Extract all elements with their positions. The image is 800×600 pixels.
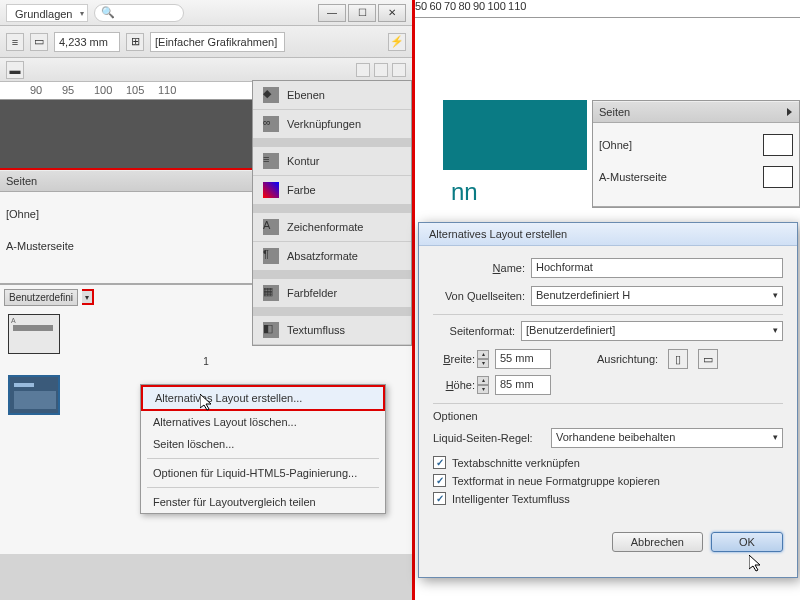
name-label: Name: (433, 262, 525, 274)
document-element (443, 100, 587, 170)
page-1-thumb[interactable]: A (8, 314, 60, 354)
width-label: Breite: (433, 353, 475, 365)
ctx-compare-window[interactable]: Fenster für Layoutvergleich teilen (141, 491, 385, 513)
alt-layout-dialog: Alternatives Layout erstellen Name: Hoch… (418, 222, 798, 578)
stroke-icon[interactable]: ▬ (6, 61, 24, 79)
height-label: Höhe: (433, 379, 475, 391)
rule-label: Liquid-Seiten-Regel: (433, 432, 545, 444)
document-text: nn (451, 178, 478, 206)
width-up[interactable]: ▴ (477, 350, 489, 359)
orient-landscape-icon[interactable]: ▭ (698, 349, 718, 369)
close-button[interactable]: ✕ (378, 4, 406, 22)
format-label: Seitenformat: (433, 325, 515, 337)
options-title: Optionen (433, 410, 783, 422)
page-2-thumb[interactable] (8, 375, 60, 415)
right-ruler: 50 60 70 80 90 100 110 (415, 0, 800, 18)
links-icon: ∞ (263, 116, 279, 132)
charstyle-icon: A (263, 219, 279, 235)
right-none-thumb[interactable] (763, 134, 793, 156)
panel-textumfluss[interactable]: ◧Textumfluss (253, 316, 411, 345)
right-panel-flyout-icon[interactable] (783, 106, 795, 118)
orient-label: Ausrichtung: (597, 353, 658, 365)
width-input[interactable]: 55 mm (495, 349, 551, 369)
panel-ebenen[interactable]: ◆Ebenen (253, 81, 411, 110)
panel-absatzformate[interactable]: ¶Absatzformate (253, 242, 411, 271)
swatches-icon: ▦ (263, 285, 279, 301)
ctx-create-alt-layout[interactable]: Alternatives Layout erstellen... (141, 385, 385, 411)
ctx-liquid-options[interactable]: Optionen für Liquid-HTML5-Paginierung... (141, 462, 385, 484)
misc-icon-2[interactable] (374, 63, 388, 77)
ctx-delete-pages: Seiten löschen... (141, 433, 385, 455)
ok-button[interactable]: OK (711, 532, 783, 552)
layout-tab[interactable]: Benutzerdefini (4, 289, 78, 306)
format-select[interactable]: [Benutzerdefiniert] (521, 321, 783, 341)
panel-farbfelder[interactable]: ▦Farbfelder (253, 279, 411, 308)
chk-smart-reflow[interactable]: ✓ (433, 492, 446, 505)
name-input[interactable]: Hochformat (531, 258, 783, 278)
rule-select[interactable]: Vorhandene beibehalten (551, 428, 783, 448)
minimize-button[interactable]: — (318, 4, 346, 22)
page-1-label: 1 (8, 356, 404, 367)
height-input[interactable]: 85 mm (495, 375, 551, 395)
layout-tab-dropdown[interactable]: ▾ (82, 289, 94, 305)
workspace-dropdown[interactable]: Grundlagen (6, 4, 88, 22)
frame-dropdown[interactable]: [Einfacher Grafikrahmen] (150, 32, 285, 52)
chk-copy-label: Textformat in neue Formatgruppe kopieren (452, 475, 660, 487)
search-input[interactable]: 🔍 (94, 4, 184, 22)
right-a-thumb[interactable] (763, 166, 793, 188)
chk-link-stories[interactable]: ✓ (433, 456, 446, 469)
crop-icon[interactable]: ▭ (30, 33, 48, 51)
chk-reflow-label: Intelligenter Textumfluss (452, 493, 570, 505)
orient-portrait-icon[interactable]: ▯ (668, 349, 688, 369)
misc-icon-3[interactable] (392, 63, 406, 77)
height-down[interactable]: ▾ (477, 385, 489, 394)
flash-icon[interactable]: ⚡ (388, 33, 406, 51)
panel-zeichenformate[interactable]: AZeichenformate (253, 213, 411, 242)
right-master-none: [Ohne] (599, 139, 632, 151)
textwrap-icon: ◧ (263, 322, 279, 338)
cancel-button[interactable]: Abbrechen (612, 532, 703, 552)
chk-link-label: Textabschnitte verknüpfen (452, 457, 580, 469)
misc-icon-1[interactable] (356, 63, 370, 77)
ctx-delete-alt-layout: Alternatives Layout löschen... (141, 411, 385, 433)
layout-context-menu: Alternatives Layout erstellen... Alterna… (140, 384, 386, 514)
frame-icon[interactable]: ⊞ (126, 33, 144, 51)
master-none-label: [Ohne] (6, 208, 39, 220)
layers-icon: ◆ (263, 87, 279, 103)
right-master-a: A-Musterseite (599, 171, 667, 183)
source-select[interactable]: Benutzerdefiniert H (531, 286, 783, 306)
source-label: Von Quellseiten: (433, 290, 525, 302)
panel-kontur[interactable]: ≡Kontur (253, 147, 411, 176)
color-icon (263, 182, 279, 198)
master-a-label: A-Musterseite (6, 240, 74, 252)
height-up[interactable]: ▴ (477, 376, 489, 385)
maximize-button[interactable]: ☐ (348, 4, 376, 22)
right-seiten-label: Seiten (599, 106, 630, 118)
chk-copy-styles[interactable]: ✓ (433, 474, 446, 487)
align-icon[interactable]: ≡ (6, 33, 24, 51)
panel-farbe[interactable]: Farbe (253, 176, 411, 205)
dialog-title: Alternatives Layout erstellen (419, 223, 797, 246)
seiten-tab-label: Seiten (6, 175, 37, 187)
parastyle-icon: ¶ (263, 248, 279, 264)
cursor-icon (749, 555, 763, 573)
panel-verknuepfungen[interactable]: ∞Verknüpfungen (253, 110, 411, 139)
size-field[interactable]: 4,233 mm (54, 32, 120, 52)
width-down[interactable]: ▾ (477, 359, 489, 368)
stroke-panel-icon: ≡ (263, 153, 279, 169)
right-seiten-header[interactable]: Seiten (593, 101, 799, 123)
cursor-icon (200, 394, 214, 412)
